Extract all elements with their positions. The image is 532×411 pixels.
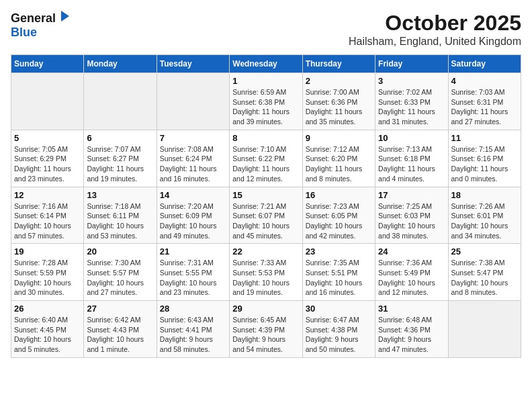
day-info: Sunrise: 7:08 AM Sunset: 6:24 PM Dayligh… [160,144,226,184]
weekday-header-sunday: Sunday [11,55,84,73]
calendar-cell: 20Sunrise: 7:30 AM Sunset: 5:57 PM Dayli… [84,244,157,301]
day-info: Sunrise: 7:23 AM Sunset: 6:05 PM Dayligh… [306,201,372,241]
day-number: 7 [160,133,226,143]
day-number: 24 [378,246,445,257]
day-info: Sunrise: 7:28 AM Sunset: 5:59 PM Dayligh… [14,258,81,298]
calendar-cell: 28Sunrise: 6:43 AM Sunset: 4:41 PM Dayli… [157,301,229,358]
calendar-cell: 12Sunrise: 7:16 AM Sunset: 6:14 PM Dayli… [11,187,84,244]
day-number: 19 [14,246,81,257]
day-info: Sunrise: 7:30 AM Sunset: 5:57 PM Dayligh… [87,258,153,298]
weekday-header-saturday: Saturday [448,55,521,73]
weekday-header-row: SundayMondayTuesdayWednesdayThursdayFrid… [11,55,521,73]
calendar-cell: 7Sunrise: 7:08 AM Sunset: 6:24 PM Daylig… [157,130,229,187]
calendar-cell: 31Sunrise: 6:48 AM Sunset: 4:36 PM Dayli… [375,301,448,358]
day-info: Sunrise: 7:31 AM Sunset: 5:55 PM Dayligh… [160,258,226,298]
day-info: Sunrise: 7:07 AM Sunset: 6:27 PM Dayligh… [87,144,153,184]
day-number: 18 [451,190,518,200]
day-number: 21 [160,246,226,257]
calendar-cell: 14Sunrise: 7:20 AM Sunset: 6:09 PM Dayli… [157,187,229,244]
calendar-cell: 27Sunrise: 6:42 AM Sunset: 4:43 PM Dayli… [84,301,157,358]
day-number: 12 [14,190,81,200]
day-info: Sunrise: 6:42 AM Sunset: 4:43 PM Dayligh… [87,315,153,355]
day-number: 23 [306,246,372,257]
day-info: Sunrise: 7:36 AM Sunset: 5:49 PM Dayligh… [378,258,445,298]
calendar-week-row: 5Sunrise: 7:05 AM Sunset: 6:29 PM Daylig… [11,130,521,187]
calendar-cell: 9Sunrise: 7:12 AM Sunset: 6:20 PM Daylig… [302,130,375,187]
calendar-cell: 21Sunrise: 7:31 AM Sunset: 5:55 PM Dayli… [157,244,229,301]
day-info: Sunrise: 6:59 AM Sunset: 6:38 PM Dayligh… [232,87,299,127]
logo: General Blue [11,11,69,40]
day-info: Sunrise: 7:10 AM Sunset: 6:22 PM Dayligh… [232,144,299,184]
calendar-cell: 16Sunrise: 7:23 AM Sunset: 6:05 PM Dayli… [302,187,375,244]
day-info: Sunrise: 6:47 AM Sunset: 4:38 PM Dayligh… [306,315,372,355]
calendar-cell: 17Sunrise: 7:25 AM Sunset: 6:03 PM Dayli… [375,187,448,244]
calendar-table: SundayMondayTuesdayWednesdayThursdayFrid… [11,54,521,358]
day-info: Sunrise: 7:05 AM Sunset: 6:29 PM Dayligh… [14,144,81,184]
calendar-cell: 18Sunrise: 7:26 AM Sunset: 6:01 PM Dayli… [448,187,521,244]
day-info: Sunrise: 6:45 AM Sunset: 4:39 PM Dayligh… [232,315,299,355]
day-number: 8 [232,133,299,143]
day-number: 10 [378,133,445,143]
day-info: Sunrise: 7:25 AM Sunset: 6:03 PM Dayligh… [378,201,445,241]
calendar-cell: 25Sunrise: 7:38 AM Sunset: 5:47 PM Dayli… [448,244,521,301]
day-info: Sunrise: 6:43 AM Sunset: 4:41 PM Dayligh… [160,315,226,355]
weekday-header-wednesday: Wednesday [230,55,302,73]
day-number: 26 [14,304,81,314]
day-number: 31 [378,304,445,314]
calendar-cell: 26Sunrise: 6:40 AM Sunset: 4:45 PM Dayli… [11,301,84,358]
day-number: 2 [306,76,372,86]
day-number: 6 [87,133,153,143]
logo-blue-text: Blue [11,26,37,39]
calendar-cell: 5Sunrise: 7:05 AM Sunset: 6:29 PM Daylig… [11,130,84,187]
day-info: Sunrise: 7:35 AM Sunset: 5:51 PM Dayligh… [306,258,372,298]
day-number: 25 [451,246,518,257]
logo-icon [57,9,69,21]
day-info: Sunrise: 7:18 AM Sunset: 6:11 PM Dayligh… [87,201,153,241]
day-info: Sunrise: 7:26 AM Sunset: 6:01 PM Dayligh… [451,201,518,241]
day-number: 11 [451,133,518,143]
day-info: Sunrise: 7:15 AM Sunset: 6:16 PM Dayligh… [451,144,518,184]
calendar-cell: 19Sunrise: 7:28 AM Sunset: 5:59 PM Dayli… [11,244,84,301]
calendar-cell [157,73,229,130]
day-number: 22 [232,246,299,257]
calendar-cell [11,73,84,130]
calendar-cell: 30Sunrise: 6:47 AM Sunset: 4:38 PM Dayli… [302,301,375,358]
day-info: Sunrise: 6:48 AM Sunset: 4:36 PM Dayligh… [378,315,445,355]
weekday-header-thursday: Thursday [302,55,375,73]
day-number: 13 [87,190,153,200]
month-title: October 2025 [349,11,521,36]
calendar-cell: 3Sunrise: 7:02 AM Sunset: 6:33 PM Daylig… [375,73,448,130]
day-number: 15 [232,190,299,200]
weekday-header-monday: Monday [84,55,157,73]
day-info: Sunrise: 7:00 AM Sunset: 6:36 PM Dayligh… [306,87,372,127]
location-subtitle: Hailsham, England, United Kingdom [349,36,521,48]
day-number: 30 [306,304,372,314]
calendar-cell: 23Sunrise: 7:35 AM Sunset: 5:51 PM Dayli… [302,244,375,301]
calendar-week-row: 12Sunrise: 7:16 AM Sunset: 6:14 PM Dayli… [11,187,521,244]
day-number: 28 [160,304,226,314]
day-number: 20 [87,246,153,257]
calendar-cell: 29Sunrise: 6:45 AM Sunset: 4:39 PM Dayli… [230,301,302,358]
day-info: Sunrise: 7:03 AM Sunset: 6:31 PM Dayligh… [451,87,518,127]
calendar-cell: 10Sunrise: 7:13 AM Sunset: 6:18 PM Dayli… [375,130,448,187]
day-info: Sunrise: 7:21 AM Sunset: 6:07 PM Dayligh… [232,201,299,241]
title-block: October 2025 Hailsham, England, United K… [349,11,521,48]
day-info: Sunrise: 7:33 AM Sunset: 5:53 PM Dayligh… [232,258,299,298]
day-number: 29 [232,304,299,314]
day-number: 1 [232,76,299,86]
calendar-cell [84,73,157,130]
calendar-cell: 24Sunrise: 7:36 AM Sunset: 5:49 PM Dayli… [375,244,448,301]
calendar-cell: 11Sunrise: 7:15 AM Sunset: 6:16 PM Dayli… [448,130,521,187]
calendar-cell: 1Sunrise: 6:59 AM Sunset: 6:38 PM Daylig… [230,73,302,130]
day-info: Sunrise: 7:12 AM Sunset: 6:20 PM Dayligh… [306,144,372,184]
weekday-header-tuesday: Tuesday [157,55,229,73]
day-number: 5 [14,133,81,143]
calendar-week-row: 19Sunrise: 7:28 AM Sunset: 5:59 PM Dayli… [11,244,521,301]
day-info: Sunrise: 6:40 AM Sunset: 4:45 PM Dayligh… [14,315,81,355]
weekday-header-friday: Friday [375,55,448,73]
day-number: 14 [160,190,226,200]
day-info: Sunrise: 7:13 AM Sunset: 6:18 PM Dayligh… [378,144,445,184]
calendar-cell: 22Sunrise: 7:33 AM Sunset: 5:53 PM Dayli… [230,244,302,301]
day-info: Sunrise: 7:16 AM Sunset: 6:14 PM Dayligh… [14,201,81,241]
svg-marker-0 [61,11,69,21]
